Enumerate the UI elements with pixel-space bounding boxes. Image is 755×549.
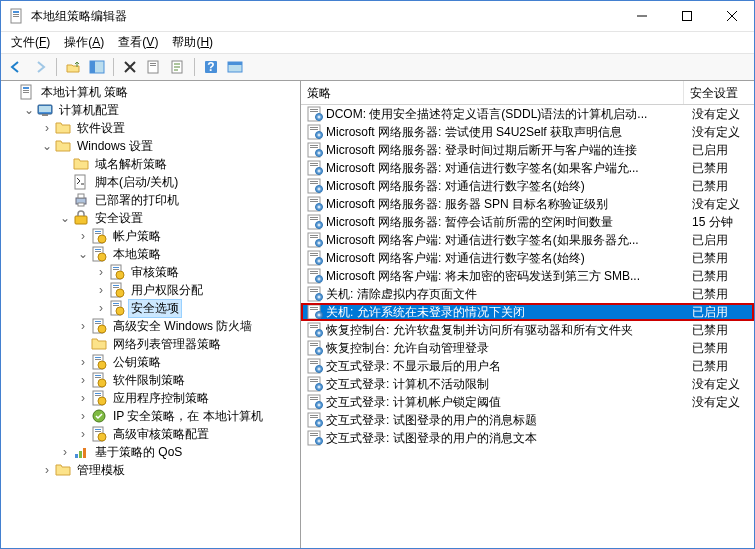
tree-twisty[interactable]: › (57, 444, 73, 460)
tree-twisty[interactable]: ⌄ (57, 210, 73, 226)
tree-label: 审核策略 (128, 263, 182, 282)
maximize-button[interactable] (664, 1, 709, 31)
list-row[interactable]: Microsoft 网络服务器: 尝试使用 S4U2Self 获取声明信息没有定… (301, 123, 754, 141)
list-row[interactable]: 交互式登录: 计算机帐户锁定阈值没有定义 (301, 393, 754, 411)
tree-twisty[interactable]: ⌄ (39, 138, 55, 154)
prn-icon (73, 192, 89, 208)
delete-button[interactable] (119, 56, 141, 78)
list-row[interactable]: 交互式登录: 试图登录的用户的消息标题 (301, 411, 754, 429)
tree-item[interactable]: ›软件设置 (3, 119, 298, 137)
menu-a[interactable]: 操作(A) (58, 32, 110, 53)
tree-twisty[interactable]: › (75, 408, 91, 424)
menu-h[interactable]: 帮助(H) (166, 32, 219, 53)
tree-item[interactable]: ⌄计算机配置 (3, 101, 298, 119)
policy-setting: 15 分钟 (692, 214, 754, 231)
tree-item[interactable]: 本地计算机 策略 (3, 83, 298, 101)
list-row[interactable]: 交互式登录: 不显示最后的用户名已禁用 (301, 357, 754, 375)
tree-item[interactable]: ›审核策略 (3, 263, 298, 281)
list-row[interactable]: Microsoft 网络服务器: 暂停会话前所需的空闲时间数量15 分钟 (301, 213, 754, 231)
list-row[interactable]: Microsoft 网络服务器: 对通信进行数字签名(始终)已禁用 (301, 177, 754, 195)
policy-name: DCOM: 使用安全描述符定义语言(SDDL)语法的计算机启动... (326, 106, 692, 123)
policy-icon (307, 394, 323, 410)
policy-name: Microsoft 网络客户端: 对通信进行数字签名(如果服务器允... (326, 232, 692, 249)
up-button[interactable] (62, 56, 84, 78)
fld-icon (55, 462, 71, 478)
list-row[interactable]: 关机: 允许系统在未登录的情况下关闭已启用 (301, 303, 754, 321)
list-row[interactable]: 交互式登录: 试图登录的用户的消息文本 (301, 429, 754, 447)
list-row[interactable]: Microsoft 网络客户端: 对通信进行数字签名(始终)已禁用 (301, 249, 754, 267)
tree-twisty[interactable]: › (39, 462, 55, 478)
tree-item[interactable]: ›管理模板 (3, 461, 298, 479)
tree-twisty[interactable]: › (39, 120, 55, 136)
tree-twisty[interactable]: › (75, 372, 91, 388)
policy-icon (307, 430, 323, 446)
help-button[interactable]: ? (200, 56, 222, 78)
tree-item[interactable]: ›高级安全 Windows 防火墙 (3, 317, 298, 335)
tree-item[interactable]: ⌄Windows 设置 (3, 137, 298, 155)
tree-item[interactable]: ⌄本地策略 (3, 245, 298, 263)
tree-twisty[interactable]: › (75, 426, 91, 442)
list-body[interactable]: DCOM: 使用安全描述符定义语言(SDDL)语法的计算机启动...没有定义Mi… (301, 105, 754, 548)
policy-name: 交互式登录: 不显示最后的用户名 (326, 358, 692, 375)
pol-icon (91, 372, 107, 388)
policy-name: Microsoft 网络客户端: 对通信进行数字签名(始终) (326, 250, 692, 267)
tree-item[interactable]: 域名解析策略 (3, 155, 298, 173)
tree-twisty[interactable]: ⌄ (75, 246, 91, 262)
tree-label: 本地计算机 策略 (38, 83, 131, 102)
tree-twisty[interactable]: › (75, 318, 91, 334)
export-button[interactable] (143, 56, 165, 78)
tree-item[interactable]: ›用户权限分配 (3, 281, 298, 299)
back-button[interactable] (5, 56, 27, 78)
list-row[interactable]: Microsoft 网络客户端: 对通信进行数字签名(如果服务器允...已启用 (301, 231, 754, 249)
col-setting[interactable]: 安全设置 (684, 81, 754, 104)
tree-item[interactable]: ›安全选项 (3, 299, 298, 317)
tree-twisty[interactable]: › (93, 282, 109, 298)
policy-setting: 已禁用 (692, 178, 754, 195)
tree-twisty[interactable]: › (75, 390, 91, 406)
list-row[interactable]: Microsoft 网络服务器: 对通信进行数字签名(如果客户端允...已禁用 (301, 159, 754, 177)
menu-v[interactable]: 查看(V) (112, 32, 164, 53)
pol-icon (91, 354, 107, 370)
tree-item[interactable]: 脚本(启动/关机) (3, 173, 298, 191)
tree-twisty[interactable]: › (93, 300, 109, 316)
list-row[interactable]: 关机: 清除虚拟内存页面文件已禁用 (301, 285, 754, 303)
show-tree-button[interactable] (86, 56, 108, 78)
list-row[interactable]: 交互式登录: 计算机不活动限制没有定义 (301, 375, 754, 393)
tree-item[interactable]: 已部署的打印机 (3, 191, 298, 209)
list-row[interactable]: DCOM: 使用安全描述符定义语言(SDDL)语法的计算机启动...没有定义 (301, 105, 754, 123)
tree-item[interactable]: 网络列表管理器策略 (3, 335, 298, 353)
titlebar[interactable]: 本地组策略编辑器 (1, 1, 754, 31)
policy-name: Microsoft 网络服务器: 登录时间过期后断开与客户端的连接 (326, 142, 692, 159)
forward-button[interactable] (29, 56, 51, 78)
view-button[interactable] (224, 56, 246, 78)
minimize-button[interactable] (619, 1, 664, 31)
tree-twisty[interactable]: ⌄ (21, 102, 37, 118)
policy-name: 交互式登录: 试图登录的用户的消息标题 (326, 412, 692, 429)
close-button[interactable] (709, 1, 754, 31)
tree-twisty[interactable]: › (93, 264, 109, 280)
tree-item[interactable]: ›帐户策略 (3, 227, 298, 245)
tree-item[interactable]: ›IP 安全策略，在 本地计算机 (3, 407, 298, 425)
tree-pane[interactable]: 本地计算机 策略⌄计算机配置›软件设置⌄Windows 设置域名解析策略脚本(启… (1, 81, 301, 548)
tree-twisty[interactable]: › (75, 228, 91, 244)
properties-button[interactable] (167, 56, 189, 78)
tree-item[interactable]: ›高级审核策略配置 (3, 425, 298, 443)
menu-f[interactable]: 文件(F) (5, 32, 56, 53)
tree-twisty[interactable]: › (75, 354, 91, 370)
policy-icon (307, 250, 323, 266)
tree-item[interactable]: ›公钥策略 (3, 353, 298, 371)
tree-item[interactable]: ›软件限制策略 (3, 371, 298, 389)
list-row[interactable]: 恢复控制台: 允许自动管理登录已禁用 (301, 339, 754, 357)
list-row[interactable]: Microsoft 网络服务器: 服务器 SPN 目标名称验证级别没有定义 (301, 195, 754, 213)
policy-name: Microsoft 网络服务器: 对通信进行数字签名(如果客户端允... (326, 160, 692, 177)
list-row[interactable]: 恢复控制台: 允许软盘复制并访问所有驱动器和所有文件夹已禁用 (301, 321, 754, 339)
tree-item[interactable]: ⌄安全设置 (3, 209, 298, 227)
tree-item[interactable]: ›基于策略的 QoS (3, 443, 298, 461)
policy-icon (307, 214, 323, 230)
col-policy[interactable]: 策略 (301, 81, 684, 104)
tree-label: 软件设置 (74, 119, 128, 138)
list-row[interactable]: Microsoft 网络客户端: 将未加密的密码发送到第三方 SMB...已禁用 (301, 267, 754, 285)
list-row[interactable]: Microsoft 网络服务器: 登录时间过期后断开与客户端的连接已启用 (301, 141, 754, 159)
tree-item[interactable]: ›应用程序控制策略 (3, 389, 298, 407)
policy-name: 交互式登录: 试图登录的用户的消息文本 (326, 430, 692, 447)
